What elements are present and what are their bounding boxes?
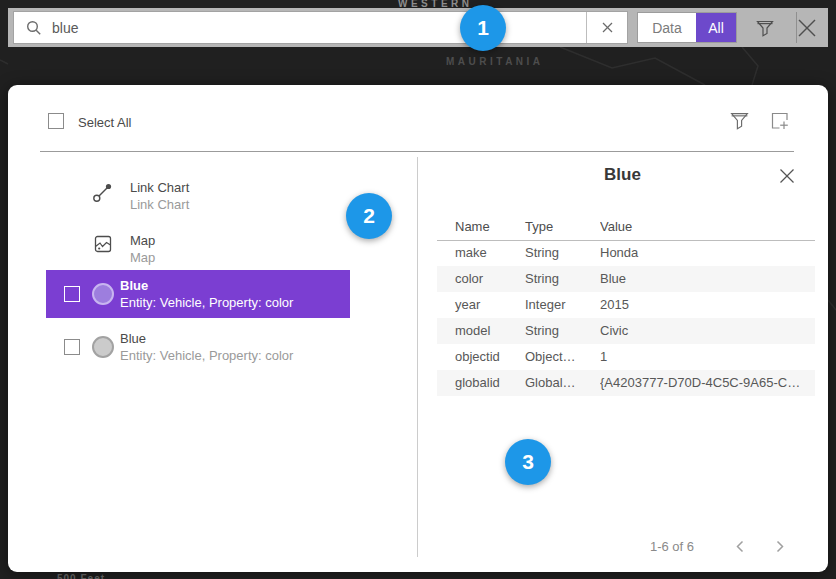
column-header-value: Value xyxy=(600,219,812,234)
result-title: Blue xyxy=(120,331,146,346)
cell-type: Global… xyxy=(525,370,576,396)
cell-type: String xyxy=(525,318,559,344)
result-subtitle: Entity: Vehicle, Property: color xyxy=(120,348,293,363)
result-title: Link Chart xyxy=(130,180,189,195)
table-row: model String Civic xyxy=(437,318,815,344)
panel-header-divider xyxy=(40,151,794,152)
scope-option-all[interactable]: All xyxy=(696,13,736,42)
table-row: objectid Object… 1 xyxy=(437,344,815,370)
result-row-blue[interactable]: Blue Entity: Vehicle, Property: color xyxy=(8,322,417,372)
cell-value: Civic xyxy=(600,318,812,344)
annotation-badge-3: 3 xyxy=(505,439,551,485)
chevron-left-icon xyxy=(736,540,744,553)
cell-name: color xyxy=(455,266,483,292)
entity-dot-icon xyxy=(92,283,114,305)
detail-close-button[interactable] xyxy=(776,165,798,187)
cell-type: Object… xyxy=(525,344,576,370)
add-selection-button[interactable] xyxy=(769,110,791,132)
search-toolbar: Data All xyxy=(8,8,828,47)
result-subtitle: Map xyxy=(130,250,155,265)
cell-name: model xyxy=(455,318,490,344)
clear-icon xyxy=(602,22,613,33)
filter-icon xyxy=(730,111,749,131)
pagination-prev-button[interactable] xyxy=(729,535,751,557)
annotation-badge-2: 2 xyxy=(346,193,392,239)
panel-vertical-divider xyxy=(417,157,418,557)
app-window: WESTERN MAURITANIA 500 Feet Data All xyxy=(0,0,836,579)
attribute-table: Name Type Value make String Honda color … xyxy=(437,213,815,396)
cell-name: objectid xyxy=(455,344,500,370)
search-box xyxy=(13,11,628,44)
result-checkbox[interactable] xyxy=(64,339,80,355)
results-filter-button[interactable] xyxy=(728,110,750,132)
close-icon xyxy=(797,18,817,38)
cell-name: year xyxy=(455,292,480,318)
cell-type: String xyxy=(525,266,559,292)
search-results-panel: Select All Link Chart Link Char xyxy=(8,85,828,572)
result-subtitle: Link Chart xyxy=(130,197,189,212)
entity-dot-icon xyxy=(92,336,114,358)
search-clear-button[interactable] xyxy=(586,12,627,43)
table-row: color String Blue xyxy=(437,266,815,292)
cell-type: String xyxy=(525,240,559,266)
map-icon xyxy=(93,234,113,254)
cell-value: 2015 xyxy=(600,292,812,318)
select-all-checkbox[interactable] xyxy=(48,113,64,129)
column-header-name: Name xyxy=(455,219,490,234)
cell-value: {A4203777-D70D-4C5C-9A65-C… xyxy=(600,370,812,396)
cell-name: globalid xyxy=(455,370,500,396)
cell-name: make xyxy=(455,240,487,266)
map-label-mauritania: MAURITANIA xyxy=(446,56,544,67)
cell-value: 1 xyxy=(600,344,812,370)
result-title: Blue xyxy=(120,278,148,293)
table-row: globalid Global… {A4203777-D70D-4C5C-9A6… xyxy=(437,370,815,396)
search-close-button[interactable] xyxy=(795,16,819,40)
scope-option-data[interactable]: Data xyxy=(638,13,696,42)
result-row-blue-selected[interactable]: Blue Entity: Vehicle, Property: color xyxy=(46,270,350,318)
cell-type: Integer xyxy=(525,292,565,318)
annotation-badge-1: 1 xyxy=(460,5,506,51)
table-row: make String Honda xyxy=(437,240,815,266)
search-filter-button[interactable] xyxy=(753,16,777,40)
result-subtitle: Entity: Vehicle, Property: color xyxy=(120,295,293,310)
pagination-label: 1-6 of 6 xyxy=(630,539,714,554)
close-icon xyxy=(779,168,795,184)
map-scale-text: 500 Feet xyxy=(57,573,105,579)
cell-value: Honda xyxy=(600,240,812,266)
select-all-label: Select All xyxy=(78,115,131,130)
pagination-next-button[interactable] xyxy=(769,535,791,557)
cell-value: Blue xyxy=(600,266,812,292)
link-chart-icon xyxy=(92,181,114,203)
column-header-type: Type xyxy=(525,219,553,234)
filter-icon xyxy=(756,19,774,38)
attribute-table-header: Name Type Value xyxy=(437,213,815,240)
search-scope-toggle: Data All xyxy=(637,12,737,43)
table-row: year Integer 2015 xyxy=(437,292,815,318)
search-icon xyxy=(26,20,42,36)
result-checkbox[interactable] xyxy=(64,286,80,302)
chevron-right-icon xyxy=(776,540,784,553)
detail-title: Blue xyxy=(417,165,828,185)
add-selection-icon xyxy=(770,111,790,131)
result-title: Map xyxy=(130,233,155,248)
